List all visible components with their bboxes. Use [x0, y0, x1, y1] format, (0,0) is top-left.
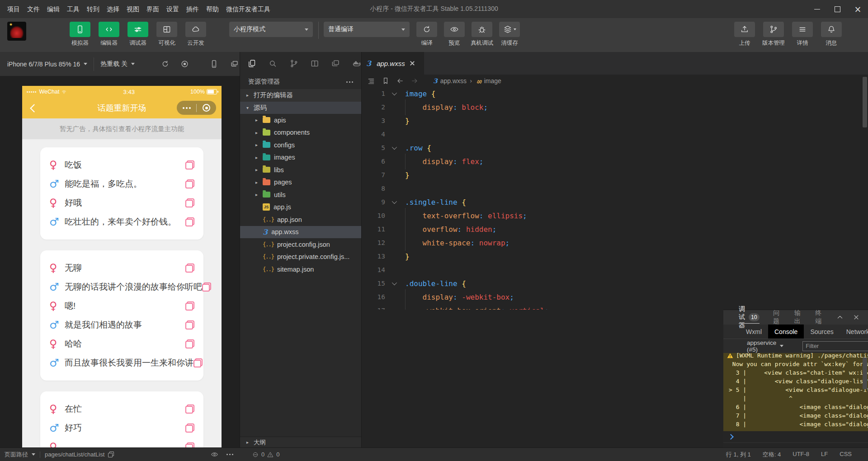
compile-mode-select[interactable]: 普通编译	[324, 22, 410, 37]
close-button[interactable]: ×	[848, 0, 868, 18]
maximize-button[interactable]	[827, 0, 848, 18]
hot-reload-toggle[interactable]: 热重载 关	[100, 60, 135, 68]
copy-icon[interactable]	[185, 405, 194, 414]
breadcrumb-file[interactable]: app.wxss	[440, 77, 467, 85]
copy-icon[interactable]	[185, 301, 194, 310]
more-icon[interactable]	[226, 454, 233, 455]
toolbar-button-refresh[interactable]: 编译	[415, 18, 439, 47]
tree-item-app.json[interactable]: {..}app.json	[240, 213, 361, 226]
copy-icon[interactable]	[185, 198, 194, 207]
panel-tab-问题[interactable]: 问题	[773, 310, 781, 325]
copy-icon[interactable]	[185, 339, 194, 348]
mode-select[interactable]: 小程序模式	[229, 22, 313, 37]
panel-tab-终端[interactable]: 终端	[815, 310, 823, 325]
menu-item[interactable]: 设置	[163, 0, 183, 18]
copy-icon[interactable]	[185, 320, 194, 329]
language-mode[interactable]: CSS	[840, 451, 852, 459]
toolbar-button-code[interactable]: 编辑器	[97, 18, 121, 47]
tree-item-libs[interactable]: ▸libs	[240, 164, 361, 176]
menu-item[interactable]: 界面	[143, 0, 163, 18]
more-icon[interactable]	[177, 107, 196, 109]
tree-item-app.wxss[interactable]: 3app.wxss	[240, 226, 361, 239]
source-section[interactable]: ▾ 源码	[240, 102, 361, 114]
menu-item[interactable]: 转到	[83, 0, 103, 18]
toolbar-button-eye[interactable]: 预览	[443, 18, 466, 47]
device-frame-icon[interactable]	[210, 60, 218, 68]
tree-item-pages[interactable]: ▸pages	[240, 176, 361, 189]
toolbar-button-layers[interactable]: 清缓存	[498, 18, 521, 47]
toolbar-button-lines[interactable]: 详情	[791, 18, 814, 47]
toolbar-button-upload[interactable]: 上传	[733, 18, 756, 47]
copy-icon[interactable]	[185, 423, 194, 433]
files-icon[interactable]	[247, 59, 256, 68]
console-output[interactable]: [WXML Runtime warning] ./pages/chatList/…	[723, 353, 868, 447]
devtools-tab-console[interactable]: Console	[768, 325, 804, 339]
refresh-icon[interactable]	[161, 60, 170, 68]
nav-forward-icon[interactable]	[410, 77, 419, 85]
devtools-tab-network[interactable]: Network	[840, 325, 868, 339]
breadcrumb-symbol[interactable]: image	[484, 77, 501, 85]
page-path-select[interactable]: 页面路径	[5, 451, 35, 459]
fold-chevron-icon[interactable]	[385, 146, 402, 150]
split-editor-icon[interactable]	[310, 59, 319, 68]
tree-item-configs[interactable]: ▸configs	[240, 139, 361, 151]
menu-item[interactable]: 选择	[103, 0, 123, 18]
stop-icon[interactable]	[180, 60, 189, 68]
more-actions-icon[interactable]	[346, 81, 353, 83]
toolbar-button-sliders[interactable]: 调试器	[126, 18, 150, 47]
code-editor[interactable]: 1image {2 display: block;3}45.row {6 dis…	[362, 87, 862, 310]
filter-input[interactable]	[802, 341, 868, 351]
copy-icon[interactable]	[202, 282, 211, 292]
outline-list-icon[interactable]	[367, 77, 375, 85]
panel-tab-输出[interactable]: 输出	[794, 310, 802, 325]
encoding[interactable]: UTF-8	[793, 451, 809, 459]
menu-item[interactable]: 微信开发者工具	[222, 0, 274, 18]
toolbar-button-phone[interactable]: 模拟器	[68, 18, 92, 47]
eol-setting[interactable]: LF	[821, 451, 828, 459]
tree-item-components[interactable]: ▸components	[240, 127, 361, 139]
exit-icon[interactable]	[197, 104, 216, 112]
outline-section[interactable]: ▸ 大纲	[240, 437, 361, 447]
tree-item-apis[interactable]: ▸apis	[240, 114, 361, 127]
console-prompt[interactable]	[723, 431, 868, 443]
menu-item[interactable]: 编辑	[43, 0, 63, 18]
search-icon[interactable]	[268, 59, 277, 68]
copy-icon[interactable]	[185, 217, 194, 226]
toolbar-button-bell[interactable]: 消息	[820, 18, 843, 47]
page-path-value[interactable]: pages/chatList/chatList	[45, 451, 104, 458]
docker-whale-icon[interactable]	[352, 59, 361, 68]
copy-path-icon[interactable]	[108, 452, 114, 457]
status-problems[interactable]: 0 0	[240, 451, 362, 458]
copy-icon[interactable]	[185, 160, 194, 169]
editor-scrollbar[interactable]	[863, 77, 867, 127]
tree-item-images[interactable]: ▸images	[240, 151, 361, 164]
menu-item[interactable]: 文件	[24, 0, 43, 18]
window-stack-icon[interactable]	[331, 59, 340, 68]
menu-item[interactable]: 项目	[4, 0, 24, 18]
menu-item[interactable]: 视图	[123, 0, 143, 18]
tree-item-project.config.json[interactable]: {..}project.config.json	[240, 238, 361, 251]
copy-icon[interactable]	[193, 358, 203, 367]
toolbar-button-branch[interactable]: 版本管理	[762, 18, 785, 47]
toolbar-button-bug[interactable]: 真机调试	[470, 18, 494, 47]
device-select[interactable]: iPhone 6/7/8 Plus 85% 16	[0, 61, 87, 68]
close-tab-icon[interactable]	[410, 61, 415, 66]
fold-chevron-icon[interactable]	[385, 282, 402, 285]
panel-tab-调试器[interactable]: 调试器10	[739, 310, 760, 325]
copy-icon[interactable]	[185, 442, 194, 447]
minimize-button[interactable]	[807, 0, 827, 18]
eye-icon[interactable]	[211, 451, 218, 458]
console-scrollbar[interactable]	[863, 358, 867, 389]
menu-item[interactable]: 帮助	[203, 0, 222, 18]
tree-item-sitemap.json[interactable]: {..}sitemap.json	[240, 263, 361, 276]
fold-chevron-icon[interactable]	[385, 92, 402, 95]
devtools-tab-sources[interactable]: Sources	[804, 325, 840, 339]
cursor-position[interactable]: 行 1, 列 1	[726, 451, 751, 459]
close-panel-icon[interactable]	[853, 314, 860, 321]
copy-icon[interactable]	[185, 263, 194, 273]
toolbar-button-grid[interactable]: 可视化	[155, 18, 179, 47]
tree-item-project.private.config.js...[interactable]: {..}project.private.config.js...	[240, 251, 361, 263]
git-branch-icon[interactable]	[289, 59, 298, 68]
menu-item[interactable]: 工具	[63, 0, 83, 18]
tree-item-app.js[interactable]: JSapp.js	[240, 201, 361, 214]
